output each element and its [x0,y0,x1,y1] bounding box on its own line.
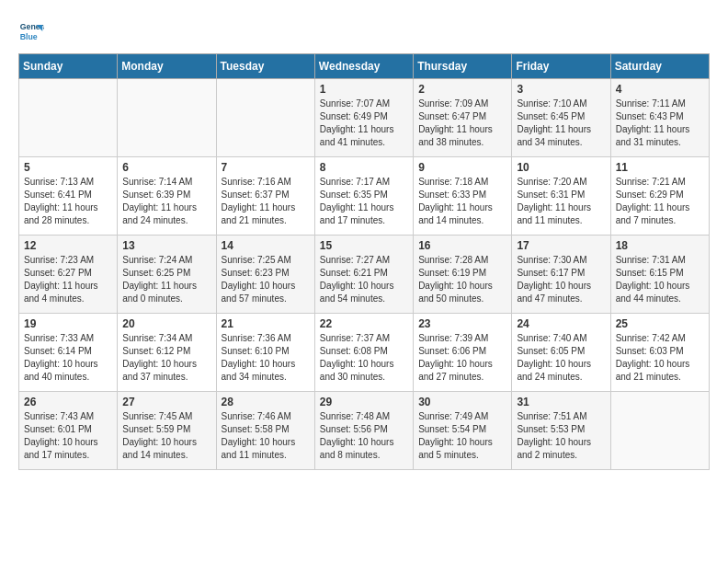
cell-details: Sunrise: 7:27 AMSunset: 6:21 PMDaylight:… [320,254,408,305]
calendar-cell: 4Sunrise: 7:11 AMSunset: 6:43 PMDaylight… [610,79,709,157]
day-number: 31 [517,396,605,408]
cell-details: Sunrise: 7:51 AMSunset: 5:53 PMDaylight:… [517,410,605,462]
calendar-cell: 26Sunrise: 7:43 AMSunset: 6:01 PMDayligh… [19,392,118,470]
cell-details: Sunrise: 7:48 AMSunset: 5:56 PMDaylight:… [320,410,408,462]
cell-details: Sunrise: 7:33 AMSunset: 6:14 PMDaylight:… [24,332,112,384]
day-number: 23 [418,317,506,330]
cell-details: Sunrise: 7:46 AMSunset: 5:58 PMDaylight:… [222,410,310,462]
calendar-body: 1Sunrise: 7:07 AMSunset: 6:49 PMDaylight… [19,79,710,470]
calendar-cell [19,79,118,157]
day-number: 15 [320,239,408,252]
calendar-cell: 21Sunrise: 7:36 AMSunset: 6:10 PMDayligh… [216,314,314,392]
calendar-cell [610,392,709,470]
calendar-cell: 17Sunrise: 7:30 AMSunset: 6:17 PMDayligh… [512,236,610,314]
day-number: 10 [517,161,605,174]
cell-details: Sunrise: 7:11 AMSunset: 6:43 PMDaylight:… [616,98,704,149]
cell-details: Sunrise: 7:18 AMSunset: 6:33 PMDaylight:… [418,176,506,227]
logo: General Blue [18,18,44,44]
cell-details: Sunrise: 7:07 AMSunset: 6:49 PMDaylight:… [320,98,408,149]
cell-details: Sunrise: 7:21 AMSunset: 6:29 PMDaylight:… [616,176,704,227]
day-number: 18 [616,239,704,252]
day-number: 22 [320,317,408,330]
day-number: 19 [24,317,112,330]
day-number: 11 [616,161,704,174]
calendar-cell: 18Sunrise: 7:31 AMSunset: 6:15 PMDayligh… [610,236,709,314]
logo-icon: General Blue [18,18,44,44]
day-number: 29 [320,396,408,408]
cell-details: Sunrise: 7:34 AMSunset: 6:12 PMDaylight:… [122,332,210,384]
calendar-week-4: 19Sunrise: 7:33 AMSunset: 6:14 PMDayligh… [19,314,710,392]
calendar-cell: 14Sunrise: 7:25 AMSunset: 6:23 PMDayligh… [216,236,314,314]
column-header-thursday: Thursday [414,54,512,79]
day-number: 27 [122,396,210,408]
cell-details: Sunrise: 7:37 AMSunset: 6:08 PMDaylight:… [320,332,408,384]
column-header-wednesday: Wednesday [314,54,413,79]
cell-details: Sunrise: 7:10 AMSunset: 6:45 PMDaylight:… [517,98,605,149]
calendar-cell: 12Sunrise: 7:23 AMSunset: 6:27 PMDayligh… [19,236,118,314]
day-number: 17 [517,239,605,252]
calendar-cell: 1Sunrise: 7:07 AMSunset: 6:49 PMDaylight… [314,79,413,157]
calendar-week-2: 5Sunrise: 7:13 AMSunset: 6:41 PMDaylight… [19,157,710,236]
cell-details: Sunrise: 7:36 AMSunset: 6:10 PMDaylight:… [222,332,310,384]
calendar-cell: 25Sunrise: 7:42 AMSunset: 6:03 PMDayligh… [610,314,709,392]
day-number: 3 [517,83,605,96]
cell-details: Sunrise: 7:30 AMSunset: 6:17 PMDaylight:… [517,254,605,305]
day-number: 21 [222,317,310,330]
calendar-cell: 28Sunrise: 7:46 AMSunset: 5:58 PMDayligh… [216,392,314,470]
calendar-cell: 11Sunrise: 7:21 AMSunset: 6:29 PMDayligh… [610,157,709,236]
column-header-saturday: Saturday [610,54,709,79]
calendar-cell: 10Sunrise: 7:20 AMSunset: 6:31 PMDayligh… [512,157,610,236]
calendar-table: SundayMondayTuesdayWednesdayThursdayFrid… [18,53,710,470]
column-header-monday: Monday [118,54,216,79]
day-number: 26 [24,396,112,408]
calendar-cell: 31Sunrise: 7:51 AMSunset: 5:53 PMDayligh… [512,392,610,470]
cell-details: Sunrise: 7:14 AMSunset: 6:39 PMDaylight:… [122,176,210,227]
column-header-tuesday: Tuesday [216,54,314,79]
calendar-week-3: 12Sunrise: 7:23 AMSunset: 6:27 PMDayligh… [19,236,710,314]
svg-text:Blue: Blue [20,32,38,41]
day-number: 30 [418,396,506,408]
calendar-cell: 9Sunrise: 7:18 AMSunset: 6:33 PMDaylight… [414,157,512,236]
calendar-week-1: 1Sunrise: 7:07 AMSunset: 6:49 PMDaylight… [19,79,710,157]
calendar-cell: 15Sunrise: 7:27 AMSunset: 6:21 PMDayligh… [314,236,413,314]
cell-details: Sunrise: 7:45 AMSunset: 5:59 PMDaylight:… [122,410,210,462]
calendar-cell: 3Sunrise: 7:10 AMSunset: 6:45 PMDaylight… [512,79,610,157]
cell-details: Sunrise: 7:17 AMSunset: 6:35 PMDaylight:… [320,176,408,227]
day-number: 1 [320,83,408,96]
cell-details: Sunrise: 7:43 AMSunset: 6:01 PMDaylight:… [24,410,112,462]
cell-details: Sunrise: 7:25 AMSunset: 6:23 PMDaylight:… [222,254,310,305]
calendar-cell: 19Sunrise: 7:33 AMSunset: 6:14 PMDayligh… [19,314,118,392]
calendar-cell: 13Sunrise: 7:24 AMSunset: 6:25 PMDayligh… [118,236,216,314]
cell-details: Sunrise: 7:09 AMSunset: 6:47 PMDaylight:… [418,98,506,149]
cell-details: Sunrise: 7:23 AMSunset: 6:27 PMDaylight:… [24,254,112,305]
day-number: 9 [418,161,506,174]
day-number: 4 [616,83,704,96]
calendar-cell: 2Sunrise: 7:09 AMSunset: 6:47 PMDaylight… [414,79,512,157]
calendar-cell: 16Sunrise: 7:28 AMSunset: 6:19 PMDayligh… [414,236,512,314]
calendar-week-5: 26Sunrise: 7:43 AMSunset: 6:01 PMDayligh… [19,392,710,470]
day-number: 20 [122,317,210,330]
calendar-cell: 5Sunrise: 7:13 AMSunset: 6:41 PMDaylight… [19,157,118,236]
day-number: 24 [517,317,605,330]
day-number: 7 [222,161,310,174]
calendar-cell [118,79,216,157]
calendar-cell: 7Sunrise: 7:16 AMSunset: 6:37 PMDaylight… [216,157,314,236]
day-number: 28 [222,396,310,408]
day-number: 13 [122,239,210,252]
column-header-sunday: Sunday [19,54,118,79]
day-number: 8 [320,161,408,174]
column-header-friday: Friday [512,54,610,79]
day-number: 25 [616,317,704,330]
calendar-header-row: SundayMondayTuesdayWednesdayThursdayFrid… [19,54,710,79]
day-number: 12 [24,239,112,252]
cell-details: Sunrise: 7:39 AMSunset: 6:06 PMDaylight:… [418,332,506,384]
calendar-cell: 30Sunrise: 7:49 AMSunset: 5:54 PMDayligh… [414,392,512,470]
cell-details: Sunrise: 7:13 AMSunset: 6:41 PMDaylight:… [24,176,112,227]
cell-details: Sunrise: 7:20 AMSunset: 6:31 PMDaylight:… [517,176,605,227]
calendar-cell: 8Sunrise: 7:17 AMSunset: 6:35 PMDaylight… [314,157,413,236]
calendar-cell: 24Sunrise: 7:40 AMSunset: 6:05 PMDayligh… [512,314,610,392]
calendar-cell: 23Sunrise: 7:39 AMSunset: 6:06 PMDayligh… [414,314,512,392]
day-number: 16 [418,239,506,252]
calendar-cell: 29Sunrise: 7:48 AMSunset: 5:56 PMDayligh… [314,392,413,470]
day-number: 6 [122,161,210,174]
